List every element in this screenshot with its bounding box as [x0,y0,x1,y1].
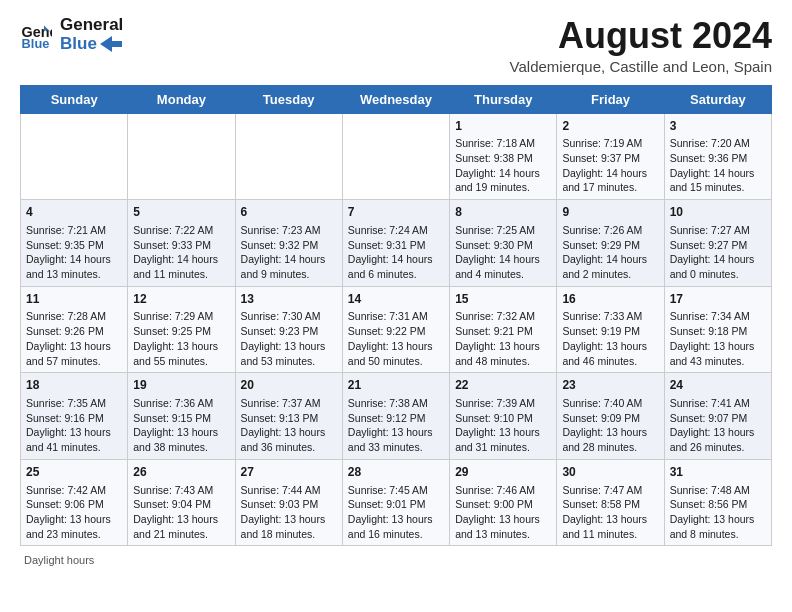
day-number: 18 [26,377,122,394]
day-number: 23 [562,377,658,394]
day-info: Sunrise: 7:18 AM Sunset: 9:38 PM Dayligh… [455,136,551,195]
day-number: 7 [348,204,444,221]
day-info: Sunrise: 7:35 AM Sunset: 9:16 PM Dayligh… [26,396,122,455]
calendar-cell: 12Sunrise: 7:29 AM Sunset: 9:25 PM Dayli… [128,286,235,373]
footer: Daylight hours [20,554,772,566]
calendar-cell: 7Sunrise: 7:24 AM Sunset: 9:31 PM Daylig… [342,200,449,287]
footer-text: Daylight hours [24,554,94,566]
day-info: Sunrise: 7:21 AM Sunset: 9:35 PM Dayligh… [26,223,122,282]
calendar-cell: 8Sunrise: 7:25 AM Sunset: 9:30 PM Daylig… [450,200,557,287]
svg-marker-3 [100,36,122,52]
day-info: Sunrise: 7:47 AM Sunset: 8:58 PM Dayligh… [562,483,658,542]
day-number: 9 [562,204,658,221]
day-info: Sunrise: 7:38 AM Sunset: 9:12 PM Dayligh… [348,396,444,455]
day-info: Sunrise: 7:36 AM Sunset: 9:15 PM Dayligh… [133,396,229,455]
day-number: 12 [133,291,229,308]
calendar-cell: 9Sunrise: 7:26 AM Sunset: 9:29 PM Daylig… [557,200,664,287]
day-number: 14 [348,291,444,308]
title-block: August 2024 Valdemierque, Castille and L… [510,16,772,75]
calendar-cell: 26Sunrise: 7:43 AM Sunset: 9:04 PM Dayli… [128,459,235,546]
logo-general: General [60,16,123,35]
calendar-cell: 16Sunrise: 7:33 AM Sunset: 9:19 PM Dayli… [557,286,664,373]
calendar-cell: 2Sunrise: 7:19 AM Sunset: 9:37 PM Daylig… [557,113,664,200]
logo-arrow-icon [100,36,122,52]
day-info: Sunrise: 7:37 AM Sunset: 9:13 PM Dayligh… [241,396,337,455]
day-info: Sunrise: 7:44 AM Sunset: 9:03 PM Dayligh… [241,483,337,542]
calendar-cell: 20Sunrise: 7:37 AM Sunset: 9:13 PM Dayli… [235,373,342,460]
weekday-header-tuesday: Tuesday [235,85,342,113]
day-number: 19 [133,377,229,394]
calendar-week-2: 4Sunrise: 7:21 AM Sunset: 9:35 PM Daylig… [21,200,772,287]
calendar-body: 1Sunrise: 7:18 AM Sunset: 9:38 PM Daylig… [21,113,772,546]
day-number: 4 [26,204,122,221]
day-number: 2 [562,118,658,135]
day-number: 16 [562,291,658,308]
weekday-header-saturday: Saturday [664,85,771,113]
calendar-cell: 25Sunrise: 7:42 AM Sunset: 9:06 PM Dayli… [21,459,128,546]
day-info: Sunrise: 7:48 AM Sunset: 8:56 PM Dayligh… [670,483,766,542]
day-number: 5 [133,204,229,221]
calendar-cell [342,113,449,200]
calendar-cell: 11Sunrise: 7:28 AM Sunset: 9:26 PM Dayli… [21,286,128,373]
main-title: August 2024 [510,16,772,56]
day-number: 11 [26,291,122,308]
day-number: 21 [348,377,444,394]
day-info: Sunrise: 7:22 AM Sunset: 9:33 PM Dayligh… [133,223,229,282]
day-info: Sunrise: 7:31 AM Sunset: 9:22 PM Dayligh… [348,309,444,368]
calendar-cell: 10Sunrise: 7:27 AM Sunset: 9:27 PM Dayli… [664,200,771,287]
day-info: Sunrise: 7:29 AM Sunset: 9:25 PM Dayligh… [133,309,229,368]
day-number: 15 [455,291,551,308]
day-info: Sunrise: 7:23 AM Sunset: 9:32 PM Dayligh… [241,223,337,282]
weekday-header-wednesday: Wednesday [342,85,449,113]
calendar-cell: 30Sunrise: 7:47 AM Sunset: 8:58 PM Dayli… [557,459,664,546]
calendar-cell: 14Sunrise: 7:31 AM Sunset: 9:22 PM Dayli… [342,286,449,373]
calendar-cell: 4Sunrise: 7:21 AM Sunset: 9:35 PM Daylig… [21,200,128,287]
day-number: 31 [670,464,766,481]
day-info: Sunrise: 7:46 AM Sunset: 9:00 PM Dayligh… [455,483,551,542]
day-info: Sunrise: 7:39 AM Sunset: 9:10 PM Dayligh… [455,396,551,455]
day-number: 29 [455,464,551,481]
header: General Blue General Blue August 2024 Va… [20,16,772,75]
day-info: Sunrise: 7:20 AM Sunset: 9:36 PM Dayligh… [670,136,766,195]
day-number: 1 [455,118,551,135]
day-number: 27 [241,464,337,481]
day-number: 3 [670,118,766,135]
day-number: 25 [26,464,122,481]
calendar-cell: 19Sunrise: 7:36 AM Sunset: 9:15 PM Dayli… [128,373,235,460]
calendar-cell: 21Sunrise: 7:38 AM Sunset: 9:12 PM Dayli… [342,373,449,460]
day-info: Sunrise: 7:27 AM Sunset: 9:27 PM Dayligh… [670,223,766,282]
calendar-cell: 3Sunrise: 7:20 AM Sunset: 9:36 PM Daylig… [664,113,771,200]
day-info: Sunrise: 7:42 AM Sunset: 9:06 PM Dayligh… [26,483,122,542]
day-info: Sunrise: 7:33 AM Sunset: 9:19 PM Dayligh… [562,309,658,368]
day-info: Sunrise: 7:25 AM Sunset: 9:30 PM Dayligh… [455,223,551,282]
day-info: Sunrise: 7:45 AM Sunset: 9:01 PM Dayligh… [348,483,444,542]
calendar-cell: 5Sunrise: 7:22 AM Sunset: 9:33 PM Daylig… [128,200,235,287]
day-number: 8 [455,204,551,221]
calendar-cell: 27Sunrise: 7:44 AM Sunset: 9:03 PM Dayli… [235,459,342,546]
calendar-header: SundayMondayTuesdayWednesdayThursdayFrid… [21,85,772,113]
calendar-cell: 6Sunrise: 7:23 AM Sunset: 9:32 PM Daylig… [235,200,342,287]
day-info: Sunrise: 7:32 AM Sunset: 9:21 PM Dayligh… [455,309,551,368]
calendar-table: SundayMondayTuesdayWednesdayThursdayFrid… [20,85,772,547]
logo: General Blue General Blue [20,16,123,53]
day-info: Sunrise: 7:26 AM Sunset: 9:29 PM Dayligh… [562,223,658,282]
calendar-week-1: 1Sunrise: 7:18 AM Sunset: 9:38 PM Daylig… [21,113,772,200]
calendar-cell: 29Sunrise: 7:46 AM Sunset: 9:00 PM Dayli… [450,459,557,546]
calendar-week-5: 25Sunrise: 7:42 AM Sunset: 9:06 PM Dayli… [21,459,772,546]
calendar-cell: 22Sunrise: 7:39 AM Sunset: 9:10 PM Dayli… [450,373,557,460]
calendar-week-3: 11Sunrise: 7:28 AM Sunset: 9:26 PM Dayli… [21,286,772,373]
sub-title: Valdemierque, Castille and Leon, Spain [510,58,772,75]
day-number: 6 [241,204,337,221]
weekday-header-monday: Monday [128,85,235,113]
calendar-cell: 15Sunrise: 7:32 AM Sunset: 9:21 PM Dayli… [450,286,557,373]
day-number: 24 [670,377,766,394]
day-number: 22 [455,377,551,394]
weekday-header-sunday: Sunday [21,85,128,113]
day-number: 26 [133,464,229,481]
day-info: Sunrise: 7:19 AM Sunset: 9:37 PM Dayligh… [562,136,658,195]
day-info: Sunrise: 7:43 AM Sunset: 9:04 PM Dayligh… [133,483,229,542]
calendar-cell [235,113,342,200]
day-number: 10 [670,204,766,221]
day-number: 17 [670,291,766,308]
calendar-cell: 31Sunrise: 7:48 AM Sunset: 8:56 PM Dayli… [664,459,771,546]
